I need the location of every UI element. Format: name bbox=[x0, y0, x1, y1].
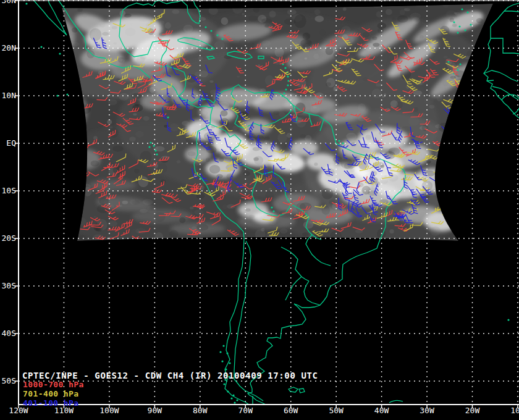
goes12-cloud-drift-winds-map: 120W110W100W90W80W70W60W50W40W30W20W10W3… bbox=[0, 0, 519, 420]
lon-label: 20W bbox=[465, 406, 480, 415]
lon-label: 80W bbox=[193, 406, 208, 415]
legend-item-low: 1000-700 hPa bbox=[23, 380, 84, 389]
lat-label: 50S bbox=[2, 376, 16, 385]
lat-label: 30S bbox=[2, 281, 16, 290]
lon-label: 40W bbox=[374, 406, 389, 415]
lat-label: EQ bbox=[6, 138, 16, 148]
lon-label: 60W bbox=[284, 406, 298, 415]
lat-label: 20S bbox=[2, 233, 16, 243]
lat-label: 40S bbox=[2, 329, 16, 338]
lon-label: 90W bbox=[148, 406, 162, 415]
lon-label: 50W bbox=[329, 406, 344, 415]
lon-label: 10W bbox=[510, 406, 519, 415]
lat-label: 10N bbox=[2, 91, 16, 100]
map-title: CPTEC/INPE - GOES12 - CDW CH4 (IR) 20100… bbox=[22, 371, 318, 380]
lon-label: 100W bbox=[99, 406, 119, 415]
legend-item-mid: 701-400 hPa bbox=[23, 389, 84, 398]
map-svg: 120W110W100W90W80W70W60W50W40W30W20W10W3… bbox=[0, 0, 519, 420]
pressure-level-legend: 1000-700 hPa 701-400 hPa 401-100 hPa bbox=[23, 380, 84, 408]
lat-label: 20N bbox=[2, 43, 16, 52]
legend-item-high: 401-100 hPa bbox=[23, 398, 84, 408]
lat-label: 30N bbox=[2, 0, 16, 5]
lon-label: 70W bbox=[238, 406, 253, 415]
lon-label: 30W bbox=[420, 406, 434, 415]
lat-label: 10S bbox=[2, 186, 16, 195]
